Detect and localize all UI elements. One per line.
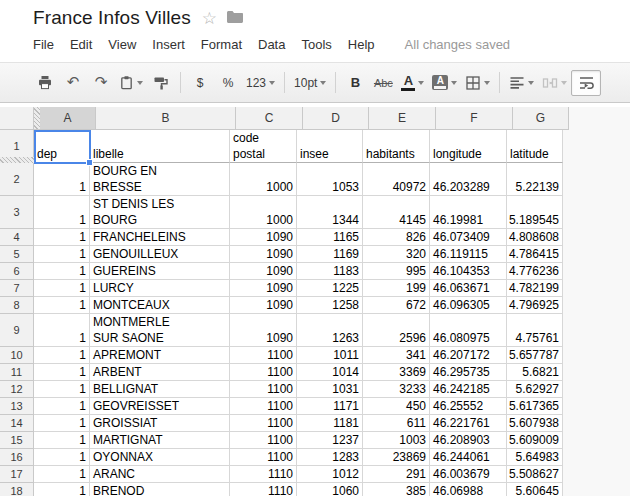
cell-A18[interactable]: 1: [34, 483, 90, 496]
cell-D11[interactable]: 1014: [297, 364, 363, 381]
cell-G3[interactable]: 5.189545: [507, 196, 563, 229]
row-header-6[interactable]: 6: [0, 263, 34, 280]
column-header-A[interactable]: A: [40, 107, 96, 130]
cell-A7[interactable]: 1: [34, 280, 90, 297]
cell-A3[interactable]: 1: [34, 196, 90, 229]
cell-C13[interactable]: 1100: [230, 398, 297, 415]
cell-E11[interactable]: 3369: [363, 364, 430, 381]
cell-C4[interactable]: 1090: [230, 229, 297, 246]
cell-B2[interactable]: BOURG EN BRESSE: [90, 163, 230, 196]
cell-D18[interactable]: 1060: [297, 483, 363, 496]
cell-E14[interactable]: 611: [363, 415, 430, 432]
cell-G2[interactable]: 5.22139: [507, 163, 563, 196]
cell-B11[interactable]: ARBENT: [90, 364, 230, 381]
column-header-G[interactable]: G: [513, 107, 569, 130]
column-header-E[interactable]: E: [369, 107, 436, 130]
cell-C3[interactable]: 1000: [230, 196, 297, 229]
row-header-13[interactable]: 13: [0, 398, 34, 415]
cell-B18[interactable]: BRENOD: [90, 483, 230, 496]
cell-E17[interactable]: 291: [363, 466, 430, 483]
cell-E16[interactable]: 23869: [363, 449, 430, 466]
cell-C17[interactable]: 1110: [230, 466, 297, 483]
cell-C14[interactable]: 1100: [230, 415, 297, 432]
row-header-3[interactable]: 3: [0, 196, 34, 229]
cell-D16[interactable]: 1283: [297, 449, 363, 466]
cell-F16[interactable]: 46.244061: [430, 449, 507, 466]
cell-G9[interactable]: 4.75761: [507, 314, 563, 347]
cell-B6[interactable]: GUEREINS: [90, 263, 230, 280]
cell-D1[interactable]: insee: [297, 130, 363, 163]
column-header-D[interactable]: D: [303, 107, 369, 130]
cell-G11[interactable]: 5.6821: [507, 364, 563, 381]
row-header-18[interactable]: 18: [0, 483, 34, 496]
menu-data[interactable]: Data: [258, 37, 285, 52]
cell-D3[interactable]: 1344: [297, 196, 363, 229]
cell-B15[interactable]: MARTIGNAT: [90, 432, 230, 449]
cell-B8[interactable]: MONTCEAUX: [90, 297, 230, 314]
row-header-10[interactable]: 10: [0, 347, 34, 364]
fill-color-button[interactable]: A: [428, 71, 461, 95]
fill-handle[interactable]: [86, 159, 93, 166]
font-size-button[interactable]: 10pt: [290, 71, 330, 95]
print-button[interactable]: [31, 71, 59, 95]
cell-A1[interactable]: dep: [34, 130, 90, 163]
cell-D10[interactable]: 1011: [297, 347, 363, 364]
cell-E18[interactable]: 385: [363, 483, 430, 496]
cell-D9[interactable]: 1263: [297, 314, 363, 347]
cell-A6[interactable]: 1: [34, 263, 90, 280]
cell-A5[interactable]: 1: [34, 246, 90, 263]
cell-E7[interactable]: 199: [363, 280, 430, 297]
cell-G15[interactable]: 5.609009: [507, 432, 563, 449]
cell-B14[interactable]: GROISSIAT: [90, 415, 230, 432]
column-header-F[interactable]: F: [436, 107, 513, 130]
cell-E9[interactable]: 2596: [363, 314, 430, 347]
cell-D5[interactable]: 1169: [297, 246, 363, 263]
row-header-7[interactable]: 7: [0, 280, 34, 297]
cell-E13[interactable]: 450: [363, 398, 430, 415]
star-icon[interactable]: ☆: [202, 10, 217, 27]
cell-G13[interactable]: 5.617365: [507, 398, 563, 415]
cell-F3[interactable]: 46.19981: [430, 196, 507, 229]
row-header-16[interactable]: 16: [0, 449, 34, 466]
cell-E4[interactable]: 826: [363, 229, 430, 246]
cell-G14[interactable]: 5.607938: [507, 415, 563, 432]
cell-D12[interactable]: 1031: [297, 381, 363, 398]
cell-F8[interactable]: 46.096305: [430, 297, 507, 314]
cell-D2[interactable]: 1053: [297, 163, 363, 196]
cell-B12[interactable]: BELLIGNAT: [90, 381, 230, 398]
cell-F14[interactable]: 46.221761: [430, 415, 507, 432]
cell-G5[interactable]: 4.786415: [507, 246, 563, 263]
cell-C18[interactable]: 1110: [230, 483, 297, 496]
cell-A4[interactable]: 1: [34, 229, 90, 246]
cell-D8[interactable]: 1258: [297, 297, 363, 314]
cell-F6[interactable]: 46.104353: [430, 263, 507, 280]
row-header-8[interactable]: 8: [0, 297, 34, 314]
cell-B4[interactable]: FRANCHELEINS: [90, 229, 230, 246]
select-all-corner[interactable]: [0, 107, 34, 130]
cell-B13[interactable]: GEOVREISSET: [90, 398, 230, 415]
web-clipboard-button[interactable]: [115, 71, 147, 95]
cell-F1[interactable]: longitude: [430, 130, 507, 163]
row-header-12[interactable]: 12: [0, 381, 34, 398]
cell-C5[interactable]: 1090: [230, 246, 297, 263]
cell-B17[interactable]: ARANC: [90, 466, 230, 483]
text-wrap-button[interactable]: [571, 70, 601, 96]
cell-E3[interactable]: 4145: [363, 196, 430, 229]
row-header-4[interactable]: 4: [0, 229, 34, 246]
bold-button[interactable]: B: [341, 71, 369, 95]
cell-C1[interactable]: code postal: [230, 130, 297, 163]
percent-format-button[interactable]: %: [214, 71, 242, 95]
cell-G10[interactable]: 5.657787: [507, 347, 563, 364]
menu-view[interactable]: View: [108, 37, 136, 52]
cell-A12[interactable]: 1: [34, 381, 90, 398]
cell-C16[interactable]: 1100: [230, 449, 297, 466]
cell-F18[interactable]: 46.06988: [430, 483, 507, 496]
cell-G17[interactable]: 5.508627: [507, 466, 563, 483]
cell-A9[interactable]: 1: [34, 314, 90, 347]
column-header-B[interactable]: B: [96, 107, 236, 130]
freeze-row-handle[interactable]: [0, 157, 34, 163]
menu-tools[interactable]: Tools: [301, 37, 331, 52]
cell-A15[interactable]: 1: [34, 432, 90, 449]
cell-C15[interactable]: 1100: [230, 432, 297, 449]
cell-A8[interactable]: 1: [34, 297, 90, 314]
